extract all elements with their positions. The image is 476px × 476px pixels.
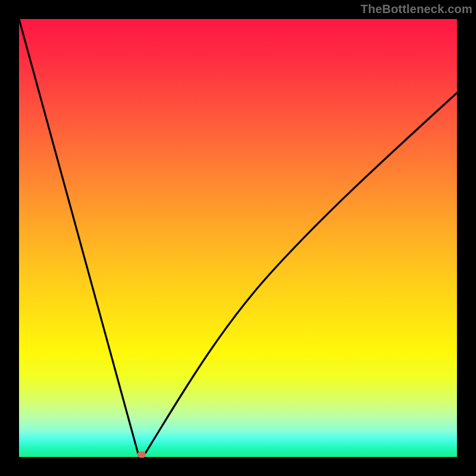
chart-frame: TheBottleneck.com	[0, 0, 476, 476]
minimum-marker	[137, 452, 146, 458]
watermark-text: TheBottleneck.com	[361, 2, 472, 16]
plot-area	[19, 19, 457, 457]
curve-svg	[19, 19, 457, 457]
bottleneck-curve-path	[19, 19, 457, 455]
